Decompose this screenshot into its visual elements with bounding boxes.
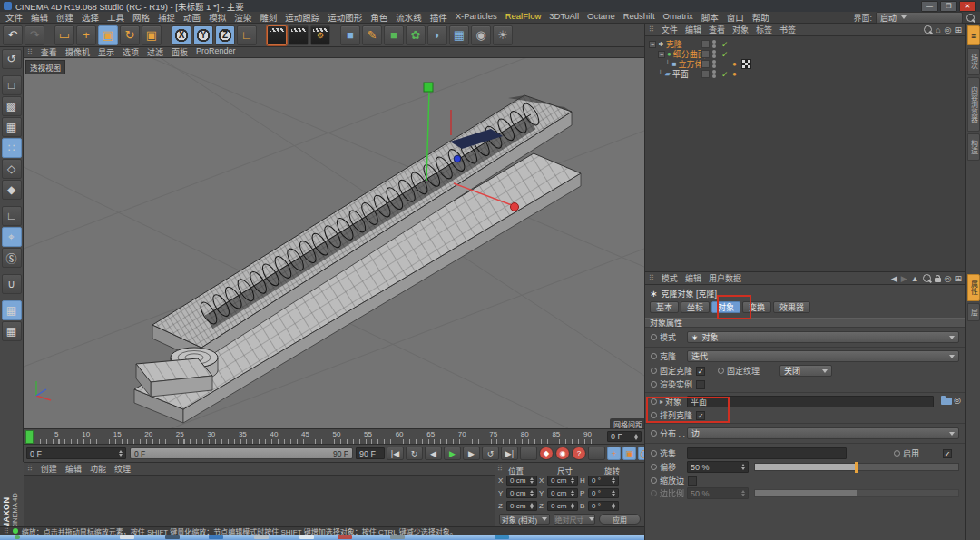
record-scale-toggle[interactable]: ▣	[622, 447, 636, 460]
record-position-toggle[interactable]: +	[607, 447, 621, 460]
panel-grip-icon[interactable]: ⠿	[27, 48, 33, 56]
filter-icon[interactable]: ◎	[945, 274, 952, 283]
size-mode-dropdown[interactable]: 绝对尺寸	[554, 514, 595, 525]
fix-texture-dropdown[interactable]: 关闭	[779, 365, 832, 377]
texture-mode-icon[interactable]: ▩	[2, 96, 22, 116]
tab-coordinates[interactable]: 坐标	[681, 301, 710, 313]
edges-mode-icon[interactable]: ◇	[2, 159, 22, 179]
keyframe-dot[interactable]	[651, 353, 657, 359]
spline-pen-icon[interactable]: ✎	[362, 25, 382, 45]
keyframe-selection-button[interactable]: ?	[572, 447, 586, 460]
panel-grip-icon[interactable]: ⠿	[649, 274, 654, 282]
forward-icon[interactable]: ▶	[901, 274, 907, 283]
frame-start-field[interactable]: 0 F	[26, 447, 126, 459]
vp-menu-prorender[interactable]: ProRender	[196, 46, 236, 58]
tree-row-cube[interactable]: └ ■ 立方体 ●	[645, 59, 965, 69]
om-menu-file[interactable]: 文件	[662, 24, 678, 35]
make-editable-icon[interactable]: ↺	[2, 49, 22, 69]
keyframe-dot[interactable]	[651, 368, 657, 374]
collapse-icon[interactable]: −	[658, 51, 665, 58]
panel-icon[interactable]: ⊞	[955, 25, 962, 34]
vp-menu-camera[interactable]: 摄像机	[65, 46, 90, 58]
pos-z-field[interactable]: 0 cm	[506, 501, 537, 511]
mat-menu-function[interactable]: 功能	[90, 463, 106, 475]
keyframe-dot[interactable]	[718, 368, 724, 374]
mat-menu-edit[interactable]: 编辑	[65, 463, 82, 475]
move-tool-icon[interactable]: +	[76, 25, 96, 45]
frame-end-field[interactable]: 90 F	[356, 447, 385, 459]
snap-settings-icon[interactable]: Ⓢ	[2, 248, 22, 268]
menu-animate[interactable]: 动画	[183, 11, 201, 24]
close-button[interactable]: ✕	[959, 1, 976, 12]
layout-dropdown[interactable]: 启动	[876, 12, 963, 24]
coordinate-system-icon[interactable]: ∟	[237, 25, 257, 45]
camera-icon[interactable]: ◉	[471, 25, 491, 45]
tab-takes[interactable]: 场次	[967, 48, 980, 75]
back-icon[interactable]: ◀	[891, 274, 897, 283]
add-primitive-cube-icon[interactable]: ■	[340, 25, 360, 45]
mode-dropdown[interactable]: ∗ 对象	[687, 331, 959, 343]
fields-icon[interactable]: ◗	[427, 25, 447, 45]
scale-tool-icon[interactable]: ▣	[98, 25, 118, 45]
lock-x-axis-icon[interactable]: X	[172, 25, 191, 45]
tab-layers[interactable]: 层	[967, 303, 980, 321]
vp-menu-view[interactable]: 查看	[41, 46, 57, 58]
visibility-dots[interactable]	[712, 60, 716, 68]
enabled-check-icon[interactable]: ✓	[721, 50, 729, 59]
autokey-button[interactable]: ◉	[555, 447, 570, 460]
tab-effectors[interactable]: 效果器	[773, 301, 810, 313]
menu-plugins[interactable]: 插件	[430, 11, 447, 24]
workplane-planar-icon[interactable]: ▦	[2, 321, 22, 341]
om-menu-tags[interactable]: 标签	[756, 24, 772, 35]
menu-omatrix[interactable]: Omatrix	[663, 11, 693, 24]
tab-basic[interactable]: 基本	[650, 301, 679, 313]
mat-menu-create[interactable]: 创建	[41, 463, 57, 475]
generators-icon[interactable]: ■	[384, 25, 404, 45]
offset-slider[interactable]	[754, 463, 959, 471]
tab-content-browser[interactable]: 内容浏览器	[967, 77, 980, 132]
next-frame-button[interactable]: ▶	[463, 447, 480, 460]
keyframe-dot[interactable]	[651, 477, 657, 484]
fix-clone-checkbox[interactable]: ✓	[696, 367, 705, 376]
search-icon[interactable]	[966, 14, 975, 22]
tab-structure[interactable]: 构造	[967, 133, 980, 161]
keyframe-dot[interactable]	[651, 430, 657, 437]
phong-tag-icon[interactable]: ●	[732, 60, 737, 68]
tab-attributes[interactable]: 属性	[967, 274, 980, 301]
texture-tag-icon[interactable]	[741, 59, 751, 69]
enabled-check-icon[interactable]: ✓	[721, 40, 729, 49]
rot-p-field[interactable]: 0 °	[588, 488, 619, 498]
panel-grip-icon[interactable]: ⠿	[27, 465, 33, 473]
panel-icon[interactable]: ⊞	[955, 274, 962, 283]
phong-tag-icon[interactable]: ●	[732, 70, 737, 78]
viewport-label[interactable]: 透视视图	[25, 60, 65, 74]
folder-icon[interactable]	[941, 398, 952, 405]
attr-menu-userdata[interactable]: 用户数据	[709, 272, 741, 284]
render-to-picture-viewer-icon[interactable]	[289, 25, 309, 45]
lock-z-axis-icon[interactable]: Z	[215, 25, 235, 45]
panel-grip-icon[interactable]: ⠿	[649, 25, 654, 34]
om-menu-bookmarks[interactable]: 书签	[779, 24, 796, 35]
size-x-field[interactable]: 0 cm	[547, 476, 578, 486]
render-instance-checkbox[interactable]	[696, 380, 705, 389]
enable-checkbox[interactable]: ✓	[943, 449, 952, 458]
lock-icon[interactable]	[935, 278, 941, 282]
menu-window[interactable]: 窗口	[727, 11, 744, 24]
last-tool-icon[interactable]: ▣	[142, 25, 162, 45]
menu-xparticles[interactable]: X-Particles	[456, 11, 497, 24]
up-icon[interactable]: ▲	[911, 274, 919, 283]
timeline-ruler[interactable]: 051015202530354045505560657075808590 0 F	[24, 428, 644, 444]
play-forward-button[interactable]: ▶	[444, 447, 461, 460]
layer-toggle[interactable]	[701, 60, 710, 68]
workplane-mode-icon[interactable]: ▦	[2, 117, 22, 137]
coord-mode-dropdown[interactable]: 对象 (相对)	[499, 514, 550, 525]
menu-select[interactable]: 选择	[82, 11, 99, 24]
live-selection-icon[interactable]: ▭	[54, 25, 74, 45]
magnet-tool-icon[interactable]: ∪	[2, 274, 22, 294]
record-keyframe-button[interactable]: ◆	[539, 447, 554, 460]
picker-icon[interactable]: ◎	[954, 396, 961, 405]
menu-mograph[interactable]: 运动图形	[328, 11, 362, 24]
goto-end-button[interactable]: ▶|	[501, 447, 518, 460]
attr-menu-mode[interactable]: 模式	[662, 272, 678, 284]
keyframe-dot[interactable]	[651, 334, 657, 340]
